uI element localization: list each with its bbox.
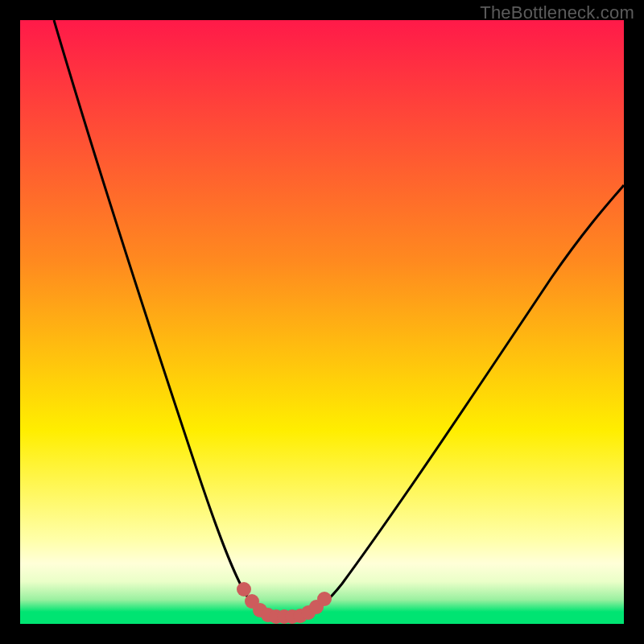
plot-area — [20, 20, 624, 624]
svg-point-11 — [317, 592, 332, 606]
bottleneck-curve — [20, 20, 624, 624]
chart-frame: TheBottleneck.com — [0, 0, 644, 644]
svg-point-1 — [237, 582, 251, 597]
marker-cluster — [237, 582, 332, 624]
